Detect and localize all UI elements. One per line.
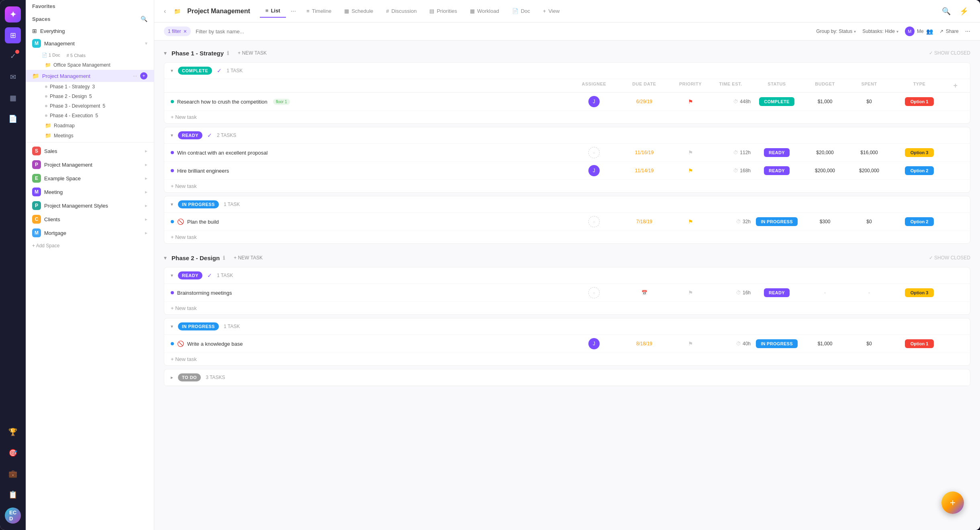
phase-2-toggle[interactable]: ▾	[164, 255, 167, 261]
task-name[interactable]: Write a knowledge base	[187, 341, 243, 347]
add-space-button[interactable]: + Add Space	[26, 240, 154, 252]
edit-icon[interactable]: ✏	[271, 150, 274, 155]
task-type[interactable]: Option 1	[891, 339, 947, 348]
task-budget[interactable]: $1,000	[803, 341, 847, 347]
chat-tag[interactable]: # 5 Chats	[67, 53, 86, 58]
task-due-date[interactable]: 11/16/19	[618, 150, 670, 155]
task-due-date[interactable]: 11/14/19	[618, 168, 670, 173]
task-due-date[interactable]: 📅	[618, 290, 670, 296]
phase-2-info-icon[interactable]: ℹ	[223, 255, 225, 261]
pm-more-icon[interactable]: ···	[133, 73, 137, 79]
task-budget[interactable]: $20,000	[803, 150, 847, 155]
phase-1-toggle[interactable]: ▾	[164, 50, 167, 56]
ready-new-task[interactable]: + New task	[164, 180, 970, 192]
task-status-cell[interactable]: READY	[751, 166, 803, 175]
group-complete-toggle[interactable]: ▾	[171, 68, 173, 73]
task-type[interactable]: Option 2	[891, 217, 947, 226]
task-name[interactable]: Research how to crush the competition	[177, 99, 267, 105]
task-assignee[interactable]: ○	[570, 147, 618, 158]
tab-schedule[interactable]: ▦ Schedule	[339, 5, 379, 17]
task-assignee[interactable]: J	[570, 96, 618, 107]
task-spent[interactable]: $0	[847, 341, 891, 347]
inprogress-new-task[interactable]: + New task	[164, 231, 970, 243]
app-logo[interactable]: ✦	[5, 6, 21, 22]
nav-home[interactable]: ⊞	[5, 27, 21, 43]
task-name[interactable]: Win contract with an excellent proposal	[177, 150, 267, 156]
group-todo-phase2-toggle[interactable]: ▸	[171, 375, 173, 380]
sidebar-item-sales[interactable]: S Sales ▸	[26, 144, 154, 158]
sidebar-item-roadmap[interactable]: 📁 Roadmap	[26, 120, 154, 130]
sidebar-collapse-icon[interactable]: ‹	[164, 8, 166, 15]
task-priority[interactable]: ⚑	[670, 167, 710, 174]
task-budget[interactable]: $1,000	[803, 99, 847, 104]
sidebar-item-office-space[interactable]: 📁 Office Space Management	[26, 60, 154, 70]
nav-briefcase[interactable]: 💼	[5, 466, 21, 482]
tab-workload[interactable]: ▦ Workload	[464, 5, 505, 17]
nav-goals[interactable]: 🎯	[5, 445, 21, 461]
sidebar-item-phase4[interactable]: Phase 4 - Execution 5	[26, 111, 154, 120]
sidebar-item-clients[interactable]: C Clients ▸	[26, 212, 154, 226]
search-button[interactable]: 🔍	[940, 5, 953, 18]
share-button[interactable]: ↗ Share	[939, 29, 959, 34]
nav-inbox[interactable]: ✉	[5, 69, 21, 85]
task-name[interactable]: Hire brilliant engineers	[177, 168, 229, 174]
nav-dashboard[interactable]: ▦	[5, 90, 21, 106]
task-spent[interactable]: $0	[847, 99, 891, 104]
sidebar-item-phase3[interactable]: Phase 3 - Development 5	[26, 101, 154, 111]
task-priority[interactable]: ⚑	[670, 149, 710, 156]
task-priority[interactable]: ⚑	[670, 340, 710, 347]
sidebar-item-example[interactable]: E Example Space ▸	[26, 171, 154, 185]
task-status-cell[interactable]: READY	[751, 148, 803, 157]
task-type[interactable]: Option 3	[891, 288, 947, 297]
task-budget[interactable]: $300	[803, 219, 847, 224]
task-budget[interactable]: -	[803, 290, 847, 296]
task-assignee[interactable]: J	[570, 338, 618, 349]
task-status-cell[interactable]: READY	[751, 288, 803, 297]
filter-close-icon[interactable]: ×	[184, 28, 187, 35]
nav-trophy[interactable]: 🏆	[5, 424, 21, 440]
doc-tag[interactable]: 📄 1 Doc	[42, 53, 60, 58]
me-label[interactable]: Me	[917, 29, 924, 34]
task-priority[interactable]: ⚑	[670, 98, 710, 105]
task-budget[interactable]: $200,000	[803, 168, 847, 173]
tab-list[interactable]: ≡ List	[260, 4, 286, 18]
fab-add-button[interactable]: +	[941, 491, 964, 514]
task-due-date[interactable]: 8/18/19	[618, 341, 670, 347]
people-icon[interactable]: 👥	[926, 28, 933, 35]
task-type[interactable]: Option 2	[891, 166, 947, 175]
sidebar-item-pm-space[interactable]: P Project Management ▸	[26, 158, 154, 171]
task-status-cell[interactable]: IN PROGRESS	[751, 217, 803, 226]
nav-tasks[interactable]: ✓	[5, 48, 21, 64]
tab-timeline[interactable]: ≡ Timeline	[301, 5, 337, 17]
task-name-filter-input[interactable]	[196, 29, 811, 35]
phase-2-new-task[interactable]: + NEW TASK	[230, 253, 267, 262]
sidebar-search-icon[interactable]: 🔍	[141, 16, 147, 22]
sidebar-item-meetings[interactable]: 📁 Meetings	[26, 130, 154, 141]
group-by-control[interactable]: Group by: Status ▾	[816, 29, 856, 34]
sidebar-item-management[interactable]: M Management ▾	[26, 37, 154, 50]
task-assignee[interactable]: ○	[570, 216, 618, 227]
subtasks-control[interactable]: Subtasks: Hide ▾	[862, 29, 898, 34]
task-status-cell[interactable]: COMPLETE	[751, 97, 803, 106]
ready-phase2-new-task[interactable]: + New task	[164, 302, 970, 314]
tab-doc[interactable]: 📄 Doc	[506, 5, 536, 17]
task-spent[interactable]: -	[847, 290, 891, 296]
user-avatar[interactable]: ECD	[5, 508, 21, 524]
task-type[interactable]: Option 3	[891, 148, 947, 157]
sidebar-item-mortgage[interactable]: M Mortgage ▸	[26, 226, 154, 240]
sidebar-item-phase2[interactable]: Phase 2 - Design 5	[26, 92, 154, 101]
add-column-icon[interactable]: +	[953, 82, 958, 90]
phase-1-show-closed[interactable]: ✓ SHOW CLOSED	[929, 50, 970, 56]
nav-docs[interactable]: 📄	[5, 111, 21, 127]
link-icon[interactable]: ≡	[277, 150, 279, 155]
task-type[interactable]: Option 1	[891, 97, 947, 106]
task-priority[interactable]: ⚑	[670, 289, 710, 296]
task-assignee[interactable]: ○	[570, 287, 618, 298]
task-assignee[interactable]: J	[570, 165, 618, 176]
inprogress-phase2-new-task[interactable]: + New task	[164, 353, 970, 365]
me-avatar[interactable]: M	[905, 26, 915, 36]
task-due-date[interactable]: 6/29/19	[618, 99, 670, 104]
sidebar-item-phase1[interactable]: Phase 1 - Strategy 3	[26, 82, 154, 92]
group-inprogress-toggle[interactable]: ▾	[171, 202, 173, 207]
task-due-date[interactable]: 7/18/19	[618, 219, 670, 224]
